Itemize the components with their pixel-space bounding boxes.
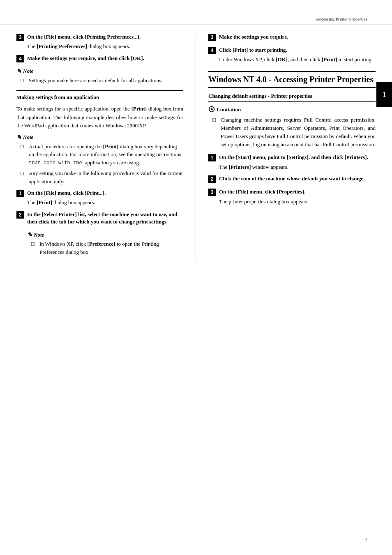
subsection-header: Changing default settings - Printer prop… [208, 93, 376, 102]
checkbox-1: □ [21, 76, 26, 85]
chapter-tab: 1 [376, 82, 392, 107]
step-2-content: In the [Select Printer] list, select the… [27, 211, 183, 227]
step-4-right-top-desc: Under Windows XP, click [OK], and then c… [219, 56, 373, 62]
note-2-title: ✎ Note [16, 134, 183, 141]
note-3-title: ✎ Note [27, 231, 183, 238]
note-2-item-2: □ Any setting you make in the following … [21, 169, 183, 185]
section-divider-1 [16, 90, 183, 91]
step-1-desc: The [Print] dialog box appears. [27, 199, 95, 205]
checkbox-2b: □ [21, 169, 26, 185]
limitation-icon: ⦿ [208, 106, 215, 113]
note-1-item-1: □ Settings you make here are used as def… [21, 76, 183, 85]
page: Accessing Printer Properties 1 3 On the … [0, 0, 392, 555]
step-1-title: On the [File] menu, click [Print...]. [27, 189, 183, 197]
right-column: 3 Make the settings you require. 4 Click… [196, 33, 376, 260]
step-4-right-top-title: Click [Print] to start printing. [219, 46, 376, 54]
checkbox-3: □ [31, 240, 37, 256]
step-2-right-number: 2 [208, 175, 216, 183]
step-3-title: On the [File] menu, click [Printing Pref… [27, 33, 183, 41]
content-area: 3 On the [File] menu, click [Printing Pr… [0, 33, 392, 260]
step-1-right-number: 1 [208, 154, 216, 161]
step-4-right-top: 4 Click [Print] to start printing. Under… [208, 46, 376, 64]
page-header: Accessing Printer Properties [0, 16, 392, 25]
checkbox-lim: □ [212, 116, 218, 149]
note-section-1: ✎ Note □ Settings you make here are used… [16, 68, 183, 85]
section-subtitle-1: Making settings from an application [16, 94, 183, 101]
step-3-right-bottom-number: 3 [208, 189, 216, 196]
step-2-number: 2 [16, 211, 24, 219]
header-title: Accessing Printer Properties [316, 16, 367, 21]
step-1-content: On the [File] menu, click [Print...]. Th… [27, 189, 183, 207]
step-3-desc-bold: [Printing Preferences] [37, 43, 87, 49]
step-4-title: Make the settings you require, and then … [27, 55, 183, 62]
step-3-content: On the [File] menu, click [Printing Pref… [27, 33, 183, 51]
major-section-container: Windows NT 4.0 - Accessing Printer Prope… [208, 71, 376, 88]
step-1-number: 1 [16, 190, 24, 197]
step-3-right-bottom-content: On the [File] menu, click [Properties]. … [219, 188, 376, 205]
note-section-2: ✎ Note □ Actual procedures for opening t… [16, 134, 183, 186]
step-4-right-top-number: 4 [208, 47, 216, 54]
step-4-right-top-content: Click [Print] to start printing. Under W… [219, 46, 376, 64]
step-3-right-top-title: Make the settings you require. [219, 33, 376, 41]
note-3-item-1: □ In Windows XP, click [Preference] to o… [31, 240, 183, 256]
note-1-items: □ Settings you make here are used as def… [21, 76, 183, 85]
step-3-right-bottom: 3 On the [File] menu, click [Properties]… [208, 188, 376, 205]
note-2-items: □ Actual procedures for opening the [Pri… [21, 143, 183, 186]
note-2-item-1: □ Actual procedures for opening the [Pri… [21, 143, 183, 167]
left-column: 3 On the [File] menu, click [Printing Pr… [16, 33, 196, 260]
major-section-title: Windows NT 4.0 - Accessing Printer Prope… [208, 71, 376, 88]
step-1-right-content: On the [Start] menu, point to [Settings]… [219, 154, 376, 171]
limitation-section: ⦿ Limitation □ Changing machine settings… [208, 106, 376, 149]
step-1-right: 1 On the [Start] menu, point to [Setting… [208, 154, 376, 171]
body-text-1: To make settings for a specific applicat… [16, 105, 183, 129]
note-3-items: □ In Windows XP, click [Preference] to o… [31, 240, 183, 256]
step-2-right-content: Click the icon of the machine whose defa… [219, 175, 376, 184]
step-3-right-bottom-title: On the [File] menu, click [Properties]. [219, 188, 376, 196]
step-4-number: 4 [16, 55, 24, 62]
step-2-title: In the [Select Printer] list, select the… [27, 211, 183, 226]
note-icon-2: ✎ [16, 134, 21, 141]
limitation-item-1: □ Changing machine settings requires Ful… [212, 116, 376, 149]
step-2-left: 2 In the [Select Printer] list, select t… [16, 211, 183, 227]
step-3-right-top-number: 3 [208, 34, 216, 41]
subsection-header-text: Changing default settings - Printer prop… [208, 93, 312, 99]
step-3-right-bottom-desc: The printer properties dialog box appear… [219, 198, 309, 205]
note-1-title: ✎ Note [16, 68, 183, 75]
note-icon-3: ✎ [27, 231, 32, 238]
note-icon-1: ✎ [16, 68, 21, 75]
step-2-right-title: Click the icon of the machine whose defa… [219, 175, 376, 182]
note-section-3: ✎ Note □ In Windows XP, click [Preferenc… [27, 231, 183, 256]
step-3-left: 3 On the [File] menu, click [Printing Pr… [16, 33, 183, 51]
step-1-right-desc: The [Printers] window appears. [219, 164, 288, 170]
step-4-left: 4 Make the settings you require, and the… [16, 55, 183, 64]
step-3-right-top: 3 Make the settings you require. [208, 33, 376, 42]
step-3-number: 3 [16, 34, 24, 41]
step-1-left: 1 On the [File] menu, click [Print...]. … [16, 189, 183, 207]
checkbox-2a: □ [21, 143, 26, 167]
step-2-right: 2 Click the icon of the machine whose de… [208, 175, 376, 184]
step-1-right-title: On the [Start] menu, point to [Settings]… [219, 154, 376, 161]
limitation-title: ⦿ Limitation [208, 106, 376, 113]
limitation-items: □ Changing machine settings requires Ful… [212, 116, 376, 149]
step-3-right-top-content: Make the settings you require. [219, 33, 376, 42]
page-number: 7 [365, 537, 367, 543]
step-3-desc: The [Printing Preferences] dialog box ap… [27, 43, 130, 49]
step-4-content: Make the settings you require, and then … [27, 55, 183, 64]
